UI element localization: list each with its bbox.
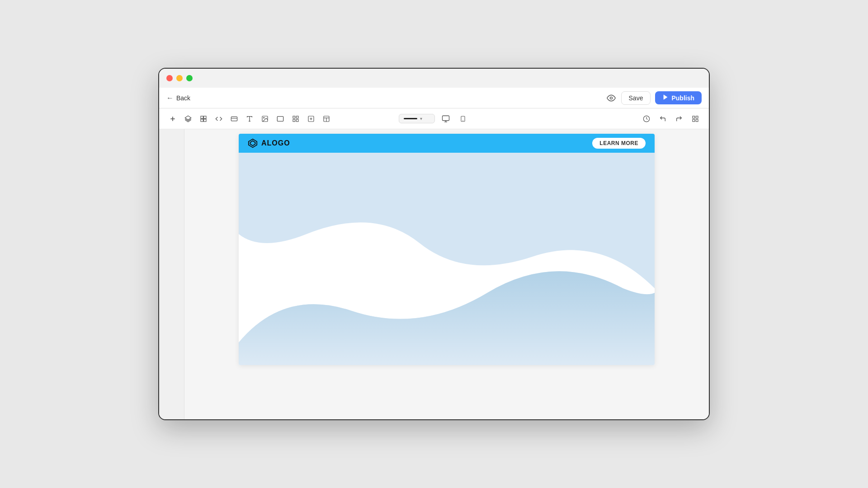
divider-selector[interactable]: ▾ [399, 114, 435, 123]
mobile-view-button[interactable] [457, 113, 469, 125]
logo-text: ALOGO [261, 139, 290, 147]
svg-rect-33 [696, 116, 698, 118]
svg-rect-18 [296, 119, 298, 122]
svg-marker-1 [664, 95, 667, 100]
svg-rect-6 [204, 116, 206, 118]
media-button[interactable] [259, 113, 271, 125]
text-button[interactable] [243, 113, 256, 125]
traffic-lights [166, 75, 193, 81]
nav-right: Save Publish [606, 91, 702, 105]
components-button[interactable] [197, 113, 210, 125]
history-button[interactable] [640, 113, 653, 125]
wave-graphic [239, 153, 655, 365]
svg-rect-5 [201, 116, 203, 118]
canvas-area: ALOGO LEARN MORE [184, 129, 709, 419]
layers-button[interactable] [182, 113, 194, 125]
browser-window: ← Back Save Publish [158, 68, 710, 420]
svg-point-0 [610, 97, 612, 99]
svg-rect-16 [293, 116, 295, 118]
site-header: ALOGO LEARN MORE [239, 134, 655, 153]
toolbar: ▾ [159, 108, 709, 129]
add-button[interactable] [166, 113, 179, 125]
save-button[interactable]: Save [621, 91, 651, 105]
layout-button[interactable] [320, 113, 333, 125]
toolbar-center: ▾ [399, 113, 469, 125]
svg-rect-9 [231, 117, 237, 121]
sidebar [159, 129, 184, 419]
main-area: ALOGO LEARN MORE [159, 129, 709, 419]
learn-more-button[interactable]: LEARN MORE [592, 138, 646, 149]
desktop-view-button[interactable] [439, 113, 452, 125]
close-button[interactable] [166, 75, 173, 81]
toolbar-left [166, 113, 397, 125]
chevron-down-icon: ▾ [420, 116, 422, 121]
embed-button[interactable] [305, 113, 317, 125]
website-preview: ALOGO LEARN MORE [239, 134, 655, 365]
back-label[interactable]: Back [176, 94, 190, 102]
svg-rect-34 [696, 119, 698, 122]
svg-rect-8 [204, 119, 206, 121]
svg-rect-17 [296, 116, 298, 118]
publish-label: Publish [671, 94, 694, 102]
svg-rect-19 [293, 119, 295, 122]
preview-icon[interactable] [606, 93, 617, 103]
back-arrow-icon: ← [166, 94, 174, 102]
nav-left: ← Back [166, 94, 190, 102]
undo-button[interactable] [656, 113, 669, 125]
site-hero [239, 153, 655, 365]
svg-rect-15 [277, 116, 283, 121]
logo-icon [248, 138, 258, 148]
svg-rect-26 [443, 116, 449, 121]
grid-button[interactable] [689, 113, 702, 125]
publish-button[interactable]: Publish [655, 91, 702, 104]
title-bar [159, 69, 709, 88]
forms-button[interactable] [228, 113, 241, 125]
gallery-button[interactable] [289, 113, 302, 125]
divider-preview [404, 118, 417, 119]
container-button[interactable] [274, 113, 287, 125]
toolbar-right [471, 113, 702, 125]
minimize-button[interactable] [176, 75, 183, 81]
svg-marker-37 [250, 141, 255, 146]
svg-point-14 [264, 117, 264, 118]
svg-rect-35 [693, 119, 695, 122]
code-button[interactable] [212, 113, 225, 125]
svg-rect-32 [693, 116, 695, 118]
site-logo: ALOGO [248, 138, 290, 148]
maximize-button[interactable] [186, 75, 193, 81]
svg-rect-7 [201, 119, 203, 121]
publish-icon [662, 94, 669, 102]
nav-bar: ← Back Save Publish [159, 88, 709, 108]
redo-button[interactable] [673, 113, 685, 125]
